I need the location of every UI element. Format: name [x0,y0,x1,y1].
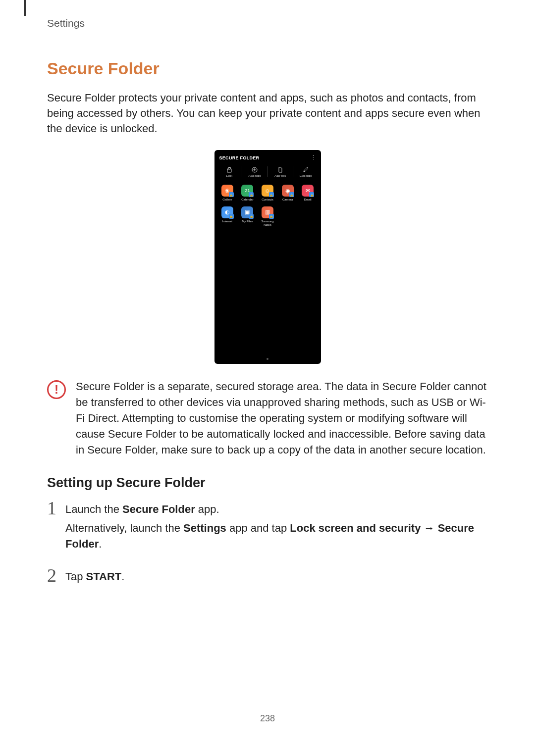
step-body: Launch the Secure Folder app. Alternativ… [65,502,488,555]
mockup-title: SECURE FOLDER [219,155,260,160]
app-samsung-notes: ▥🔒 Samsung Notes [258,206,278,226]
step-2: 2 Tap START. [47,569,488,588]
home-indicator-icon [267,358,268,360]
app-gallery: ❀🔒 Gallery [217,185,238,202]
app-email: ✉🔒 Email [298,185,318,202]
page-tab-mark [24,0,26,16]
lock-badge-icon: 🔒 [269,214,274,219]
notes-icon: ▥🔒 [262,206,273,218]
myfiles-icon: ▣🔒 [241,206,253,218]
internet-icon: ◐🔒 [221,206,233,218]
action-add-files: Add files [268,166,294,177]
app-label: Calendar [237,198,258,202]
action-label: Lock [218,174,241,177]
file-icon [269,166,292,173]
warning-callout: ! Secure Folder is a separate, secured s… [47,379,488,457]
app-camera: ◉🔒 Camera [277,185,298,202]
lock-badge-icon: 🔒 [249,214,254,219]
page-number: 238 [260,713,275,724]
phone-mockup: SECURE FOLDER ⋮ Lock Add apps Add file [214,150,321,364]
lock-badge-icon: 🔒 [249,192,254,197]
lock-badge-icon: 🔒 [289,192,294,197]
calendar-icon: 21🔒 [241,185,253,197]
breadcrumb: Settings [47,17,488,29]
action-label: Edit apps [294,174,318,177]
app-internet: ◐🔒 Internet [217,206,238,226]
action-lock: Lock [217,166,243,177]
action-label: Add files [269,174,292,177]
action-edit-apps: Edit apps [293,166,319,177]
lock-badge-icon: 🔒 [229,192,234,197]
app-label: Contacts [258,198,278,202]
app-label: Samsung Notes [258,220,278,226]
action-add-apps: Add apps [242,166,268,177]
app-label: Internet [217,220,238,223]
subsection-title: Setting up Secure Folder [47,475,488,491]
plus-circle-icon [243,166,267,173]
step-number: 2 [47,567,56,584]
app-label: Email [298,198,318,202]
email-icon: ✉🔒 [302,185,314,197]
camera-icon: ◉🔒 [282,185,294,197]
app-label: My Files [237,220,258,223]
app-label: Gallery [217,198,238,202]
mockup-action-row: Lock Add apps Add files Edit apps [214,166,321,180]
mockup-header: SECURE FOLDER ⋮ [214,150,321,166]
app-label: Camera [277,198,298,202]
action-label: Add apps [243,174,267,177]
warning-text: Secure Folder is a separate, secured sto… [76,379,488,457]
gallery-icon: ❀🔒 [221,185,233,197]
step-1: 1 Launch the Secure Folder app. Alternat… [47,502,488,555]
more-menu-icon: ⋮ [311,155,316,160]
app-calendar: 21🔒 Calendar [237,185,258,202]
lock-icon [218,166,241,173]
intro-paragraph: Secure Folder protects your private cont… [47,91,488,136]
step-number: 1 [47,500,56,516]
section-title: Secure Folder [47,59,488,78]
lock-badge-icon: 🔒 [229,214,234,219]
warning-icon: ! [47,380,66,399]
step-body: Tap START. [65,569,124,588]
lock-badge-icon: 🔒 [269,192,274,197]
app-myfiles: ▣🔒 My Files [237,206,258,226]
contacts-icon: ☺🔒 [262,185,273,197]
pencil-icon [294,166,318,173]
lock-badge-icon: 🔒 [309,192,314,197]
app-contacts: ☺🔒 Contacts [258,185,278,202]
mockup-app-grid: ❀🔒 Gallery 21🔒 Calendar ☺🔒 Contacts ◉🔒 C… [214,180,321,236]
